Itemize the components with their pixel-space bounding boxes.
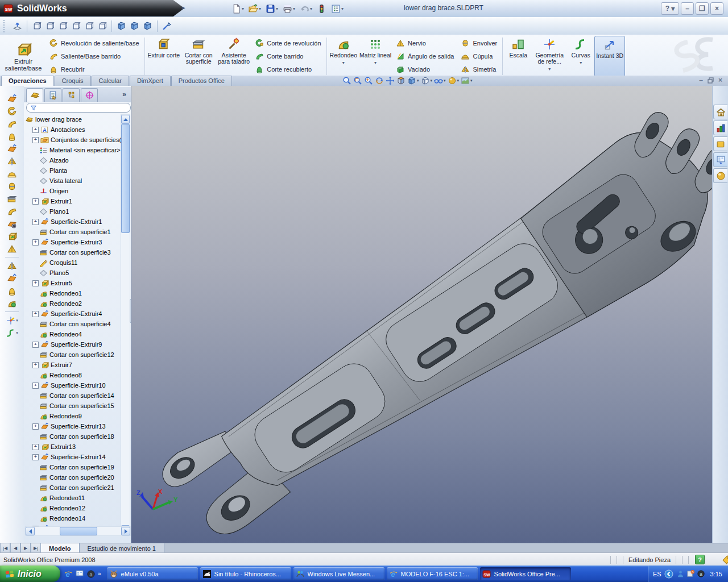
scroll-thumb[interactable] bbox=[121, 124, 130, 233]
model-tab-nav-prev[interactable]: ◀ bbox=[10, 543, 20, 553]
feature-cortar-con-superficie12[interactable]: Cortar con superficie12 bbox=[25, 350, 122, 360]
tab-featuremanager[interactable] bbox=[26, 88, 43, 102]
expand-toggle[interactable]: + bbox=[32, 454, 39, 460]
print-button[interactable]: ▾ bbox=[282, 2, 296, 15]
tab-dimxpert[interactable]: DimXpert bbox=[130, 76, 171, 86]
ribbon-button-vaciado[interactable]: Vaciado bbox=[396, 64, 454, 75]
feature-extruir13[interactable]: +Extruir13 bbox=[25, 442, 122, 452]
feature-extruir1[interactable]: +Extruir1 bbox=[25, 196, 122, 206]
scroll-left-button[interactable] bbox=[26, 527, 35, 535]
undo-button[interactable]: ▾ bbox=[299, 2, 313, 15]
expand-toggle[interactable]: + bbox=[32, 423, 39, 430]
minimize-button[interactable]: – bbox=[681, 2, 694, 15]
feature-redondeo8[interactable]: Redondeo8 bbox=[25, 370, 122, 380]
feature-filter-input[interactable] bbox=[26, 103, 131, 113]
ribbon-button-revoluci-n-de-saliente-base[interactable]: Revolución de saliente/base bbox=[49, 38, 139, 49]
zoom-area-button[interactable] bbox=[353, 76, 362, 85]
feature-superficie-extruir4[interactable]: +Superficie-Extruir4 bbox=[25, 309, 122, 319]
view-cube-solid-button[interactable] bbox=[129, 20, 140, 32]
feature-cortar-con-superficie14[interactable]: Cortar con superficie14 bbox=[25, 390, 122, 401]
ribbon-button-corte-recubierto[interactable]: Corte recubierto bbox=[255, 64, 321, 75]
feature-redondeo1[interactable]: Redondeo1 bbox=[25, 288, 122, 298]
taskbar-button-windows-live-messen[interactable]: Windows Live Messen... bbox=[293, 567, 384, 580]
tab-estudio-de-movimiento-1[interactable]: Estudio de movimiento 1 bbox=[80, 543, 164, 553]
tree-vertical-scrollbar[interactable] bbox=[121, 114, 130, 535]
tab-croquis[interactable]: Croquis bbox=[55, 76, 91, 86]
mirror-button[interactable] bbox=[4, 260, 20, 272]
model-tab-nav-first[interactable]: |◀ bbox=[0, 543, 10, 553]
task-pane-ball-gold-tab[interactable] bbox=[713, 168, 727, 183]
task-pane-home-tab[interactable] bbox=[713, 105, 727, 119]
language-indicator[interactable]: ES bbox=[653, 571, 661, 577]
view-cube-wire-button[interactable] bbox=[96, 20, 108, 32]
surf-extrude-button[interactable] bbox=[4, 143, 20, 155]
feature-redondeo4[interactable]: Redondeo4 bbox=[25, 329, 122, 339]
expand-toggle[interactable]: + bbox=[32, 219, 39, 225]
loft-button[interactable] bbox=[4, 285, 20, 297]
feature-superficie-extruir13[interactable]: +Superficie-Extruir13 bbox=[25, 421, 122, 431]
sweep-button[interactable] bbox=[4, 118, 20, 130]
ribbon-button-corte-barrido[interactable]: Corte barrido bbox=[255, 51, 321, 62]
expand-toggle[interactable]: + bbox=[32, 137, 39, 143]
ribbon-button-curvas[interactable]: Curvas▾ bbox=[567, 36, 594, 77]
view-cube-wire-button[interactable] bbox=[31, 20, 43, 32]
surf-extrude-button[interactable] bbox=[4, 93, 20, 105]
expand-toggle[interactable]: + bbox=[32, 239, 39, 246]
taskbar-button-solidworks-office-pre[interactable]: SWSolidWorks Office Pre... bbox=[480, 567, 571, 580]
quick-launch-a-ball-button[interactable]: a bbox=[86, 569, 96, 579]
feature-anotaciones[interactable]: +AAnotaciones bbox=[25, 124, 122, 135]
toolbar-grip[interactable] bbox=[3, 20, 7, 32]
feature-cortar-con-superficie21[interactable]: Cortar con superficie21 bbox=[25, 483, 122, 493]
view-tool-button[interactable] bbox=[161, 20, 173, 32]
feature-cortar-con-superficie3[interactable]: Cortar con superficie3 bbox=[25, 247, 122, 257]
open-folder-button[interactable]: ▾ bbox=[247, 2, 262, 15]
ribbon-button-asistente-para-taladro[interactable]: Asistente para taladro bbox=[216, 36, 251, 77]
new-doc-button[interactable]: ▾ bbox=[230, 2, 245, 15]
quick-launch-ie-button[interactable]: e bbox=[64, 569, 73, 579]
pan-button[interactable] bbox=[386, 76, 395, 85]
tab-modelo[interactable]: Modelo bbox=[41, 543, 80, 553]
doc-restore-button[interactable] bbox=[708, 76, 714, 84]
feature-plano5[interactable]: Plano5 bbox=[25, 268, 122, 278]
view-cube-solid-button[interactable] bbox=[115, 20, 127, 32]
tray-collapse-button[interactable] bbox=[664, 569, 673, 579]
expand-toggle[interactable]: + bbox=[32, 198, 39, 205]
save-button[interactable]: ▾ bbox=[264, 2, 279, 15]
mirror-button[interactable] bbox=[4, 155, 20, 167]
tray-person-icon[interactable] bbox=[676, 569, 685, 578]
rib-button[interactable] bbox=[4, 243, 20, 255]
taskbar-button-sin-t-tulo-rhinoceros[interactable]: Sin título - Rhinoceros... bbox=[200, 567, 291, 580]
feature-conjuntos-de-superficies-1[interactable]: +Conjuntos de superficies(1 bbox=[25, 135, 122, 145]
manager-overflow-chevron[interactable]: » bbox=[122, 90, 126, 98]
feature-planta[interactable]: Planta bbox=[25, 165, 122, 176]
appearances-button[interactable]: ▾ bbox=[448, 76, 460, 85]
curves-button[interactable]: ▾ bbox=[4, 327, 20, 339]
ribbon-button-corte-de-revoluci-n[interactable]: Corte de revolución bbox=[255, 38, 321, 49]
revolve-button[interactable] bbox=[4, 105, 20, 117]
feature-origen[interactable]: Origen bbox=[25, 186, 122, 196]
task-pane-resources-tab[interactable] bbox=[713, 120, 727, 135]
view-normal-to-button[interactable] bbox=[11, 20, 23, 32]
feature-cortar-con-superficie15[interactable]: Cortar con superficie15 bbox=[25, 401, 122, 411]
view-orientation-button[interactable]: ▾ bbox=[407, 76, 419, 85]
feature-superficie-extruir14[interactable]: +Superficie-Extruir14 bbox=[25, 452, 122, 462]
feature-vista-lateral[interactable]: Vista lateral bbox=[25, 176, 122, 186]
feature-extruir5[interactable]: +Extruir5 bbox=[25, 278, 122, 288]
feature-cortar-con-superficie1[interactable]: Cortar con superficie1 bbox=[25, 227, 122, 237]
ribbon-button-envolver[interactable]: Envolver bbox=[461, 38, 497, 49]
ribbon-button-nervio[interactable]: Nervio bbox=[396, 38, 454, 49]
taskbar-button-emule-v0-50a[interactable]: eMule v0.50a bbox=[107, 567, 198, 580]
feature-redondeo2[interactable]: Redondeo2 bbox=[25, 298, 122, 309]
ribbon-button-matriz-lineal[interactable]: Matriz lineal▾ bbox=[358, 36, 392, 77]
view-cube-solid-button[interactable] bbox=[142, 20, 154, 32]
brand-expand-arrow[interactable]: ▸ bbox=[182, 4, 189, 13]
ribbon-button-extruir-corte[interactable]: Extruir corte bbox=[147, 36, 181, 77]
rotate-view-button[interactable] bbox=[375, 76, 384, 85]
restore-button[interactable]: ❐ bbox=[696, 2, 709, 15]
feature-extruir7[interactable]: +Extruir7 bbox=[25, 360, 122, 370]
feature-cortar-con-superficie4[interactable]: Cortar con superficie4 bbox=[25, 319, 122, 329]
feature-cortar-con-superficie19[interactable]: Cortar con superficie19 bbox=[25, 462, 122, 472]
feature-redondeo14[interactable]: Redondeo14 bbox=[25, 513, 122, 523]
zoom-inout-button[interactable] bbox=[364, 76, 373, 85]
expand-toggle[interactable]: + bbox=[32, 383, 39, 389]
